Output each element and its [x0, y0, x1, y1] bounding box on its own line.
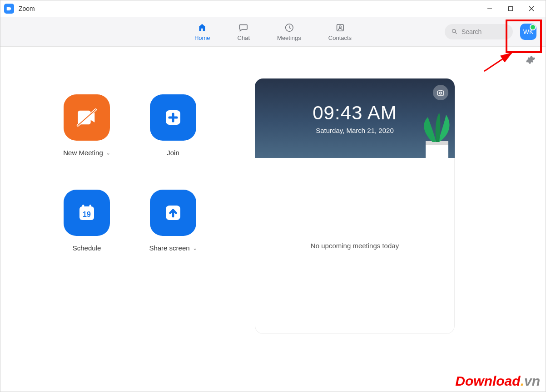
svg-point-20 — [440, 92, 442, 94]
svg-point-7 — [452, 29, 456, 33]
svg-text:19: 19 — [83, 211, 91, 218]
contacts-icon — [335, 22, 345, 33]
camera-icon — [437, 88, 445, 97]
actions-grid: New Meeting ⌄ Join — [46, 94, 214, 334]
svg-rect-15 — [82, 205, 84, 209]
svg-line-8 — [455, 32, 457, 34]
maximize-button[interactable] — [500, 0, 521, 17]
watermark: Download.vn — [455, 374, 540, 388]
share-arrow-icon — [162, 202, 184, 224]
share-screen-label: Share screen — [149, 244, 189, 252]
tab-chat-label: Chat — [238, 34, 250, 41]
clock-icon — [284, 22, 294, 33]
new-meeting-label: New Meeting — [63, 149, 103, 157]
clock-date: Saturday, March 21, 2020 — [316, 127, 394, 134]
tab-chat[interactable]: Chat — [238, 22, 250, 41]
new-meeting-button[interactable] — [64, 94, 110, 141]
tab-home[interactable]: Home — [194, 22, 210, 41]
titlebar: Zoom — [0, 0, 546, 17]
window-title: Zoom — [19, 5, 35, 12]
gear-icon — [526, 55, 536, 65]
plus-icon — [162, 107, 184, 128]
svg-rect-19 — [437, 91, 444, 95]
avatar[interactable]: WK — [520, 24, 536, 40]
chevron-down-icon: ⌄ — [106, 150, 110, 156]
close-button[interactable] — [521, 0, 542, 17]
share-screen-label-row[interactable]: Share screen ⌄ — [149, 244, 197, 252]
join-label: Join — [167, 149, 179, 157]
upcoming-panel: No upcoming meetings today — [255, 158, 455, 334]
home-icon — [197, 22, 207, 33]
svg-rect-1 — [509, 7, 513, 11]
new-meeting-label-row[interactable]: New Meeting ⌄ — [63, 149, 110, 157]
plant-illustration — [407, 101, 455, 158]
avatar-initials: WK — [523, 28, 534, 35]
svg-point-6 — [339, 25, 341, 28]
schedule-label: Schedule — [73, 244, 101, 252]
svg-rect-16 — [89, 205, 91, 209]
tab-contacts-label: Contacts — [328, 34, 352, 41]
app-icon — [4, 4, 14, 14]
main-content: New Meeting ⌄ Join — [0, 47, 546, 343]
chevron-down-icon: ⌄ — [193, 245, 197, 251]
tab-home-label: Home — [194, 34, 210, 41]
upcoming-empty-text: No upcoming meetings today — [311, 242, 399, 250]
meetings-panel: 09:43 AM Saturday, March 21, 2020 No upc… — [255, 78, 455, 334]
clock-card: 09:43 AM Saturday, March 21, 2020 — [255, 78, 455, 158]
chat-icon — [238, 22, 248, 33]
calendar-icon: 19 — [76, 202, 98, 224]
settings-button[interactable] — [526, 55, 536, 67]
tab-meetings-label: Meetings — [277, 34, 301, 41]
change-background-button[interactable] — [433, 85, 448, 100]
search-placeholder: Search — [462, 28, 481, 35]
tab-contacts[interactable]: Contacts — [328, 22, 352, 41]
video-off-icon — [75, 106, 99, 129]
window-controls — [479, 0, 542, 17]
search-input[interactable]: Search — [445, 24, 513, 39]
clock-time: 09:43 AM — [313, 102, 397, 124]
minimize-button[interactable] — [479, 0, 500, 17]
schedule-button[interactable]: 19 — [64, 190, 110, 236]
navbar: Home Chat Meetings Contacts Search WK — [0, 17, 546, 47]
share-screen-button[interactable] — [150, 190, 196, 236]
join-button[interactable] — [150, 94, 196, 141]
tab-meetings[interactable]: Meetings — [277, 22, 301, 41]
search-icon — [451, 28, 458, 35]
